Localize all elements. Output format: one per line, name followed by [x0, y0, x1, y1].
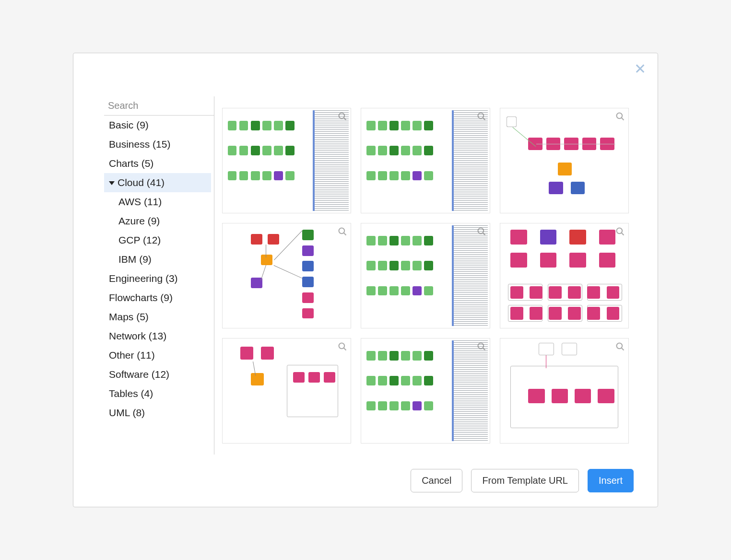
category-list[interactable]: Basic (9)Business (15)Charts (5)Cloud (4… — [104, 116, 214, 455]
magnify-icon[interactable] — [615, 342, 625, 351]
template-preview — [500, 223, 629, 328]
category-item[interactable]: Network (13) — [104, 327, 211, 346]
category-item[interactable]: AWS (11) — [104, 192, 211, 211]
template-tile[interactable] — [361, 108, 490, 213]
category-sidebar: Basic (9)Business (15)Charts (5)Cloud (4… — [104, 96, 214, 455]
svg-line-9 — [344, 233, 346, 235]
category-item[interactable]: Flowcharts (9) — [104, 288, 211, 307]
from-template-url-button[interactable]: From Template URL — [471, 469, 579, 492]
category-item[interactable]: Engineering (3) — [104, 269, 211, 288]
category-label: GCP (12) — [118, 234, 161, 245]
svg-line-11 — [483, 233, 485, 235]
template-preview — [361, 223, 490, 328]
svg-point-18 — [617, 343, 623, 349]
magnify-icon[interactable] — [615, 112, 625, 121]
category-item[interactable]: Basic (9) — [104, 116, 211, 135]
template-preview — [361, 338, 490, 443]
category-label: UML (8) — [109, 407, 145, 418]
category-label: Software (12) — [109, 369, 169, 380]
category-item[interactable]: UML (8) — [104, 403, 211, 422]
svg-point-12 — [617, 228, 623, 234]
svg-point-16 — [478, 343, 483, 349]
template-preview — [222, 338, 351, 443]
insert-button[interactable]: Insert — [588, 469, 634, 492]
close-icon[interactable]: ✕ — [634, 62, 646, 76]
category-item[interactable]: Azure (9) — [104, 211, 211, 231]
search-input[interactable] — [107, 98, 214, 113]
search-row — [104, 96, 214, 116]
category-item[interactable]: IBM (9) — [104, 250, 211, 269]
template-dialog: ✕ Basic (9)Business (15)Charts (5)Cloud … — [73, 53, 658, 507]
template-tile[interactable] — [500, 338, 629, 443]
svg-point-8 — [339, 228, 345, 234]
svg-line-17 — [483, 348, 485, 350]
template-preview — [500, 338, 629, 443]
svg-line-3 — [344, 118, 346, 120]
button-bar: Cancel From Template URL Insert — [73, 455, 658, 507]
category-label: Basic (9) — [109, 119, 149, 130]
template-preview — [222, 223, 351, 328]
template-tile[interactable] — [361, 338, 490, 443]
template-tile[interactable] — [222, 223, 351, 328]
svg-line-5 — [483, 118, 485, 120]
template-tile[interactable] — [500, 108, 629, 213]
template-tile[interactable] — [361, 223, 490, 328]
category-label: Other (11) — [109, 350, 155, 361]
svg-line-7 — [622, 118, 624, 120]
category-label: Maps (5) — [109, 311, 149, 322]
svg-line-19 — [622, 348, 624, 350]
magnify-icon[interactable] — [477, 342, 486, 351]
category-item[interactable]: Business (15) — [104, 135, 211, 154]
category-item[interactable]: Other (11) — [104, 346, 211, 365]
category-label: Charts (5) — [109, 158, 153, 169]
template-tile[interactable] — [222, 338, 351, 443]
template-scroll[interactable] — [220, 96, 635, 455]
category-label: Network (13) — [109, 330, 166, 341]
chevron-down-icon — [109, 181, 115, 185]
template-grid — [220, 96, 635, 455]
category-label: Azure (9) — [118, 215, 160, 226]
svg-point-2 — [339, 113, 345, 119]
template-preview — [361, 108, 490, 213]
category-item[interactable]: GCP (12) — [104, 231, 211, 250]
category-label: Engineering (3) — [109, 273, 178, 284]
cancel-button[interactable]: Cancel — [411, 469, 462, 492]
category-item[interactable]: Software (12) — [104, 365, 211, 384]
svg-point-4 — [478, 113, 483, 119]
category-item[interactable]: Tables (4) — [104, 384, 211, 403]
svg-point-10 — [478, 228, 483, 234]
template-tile[interactable] — [222, 108, 351, 213]
magnify-icon[interactable] — [477, 227, 486, 236]
category-label: Business (15) — [109, 139, 170, 150]
magnify-icon[interactable] — [338, 112, 347, 121]
category-label: Tables (4) — [109, 388, 153, 399]
magnify-icon[interactable] — [615, 227, 625, 236]
category-item[interactable]: Maps (5) — [104, 307, 211, 327]
category-item[interactable]: Charts (5) — [104, 154, 211, 173]
template-preview — [222, 108, 351, 213]
category-label: Flowcharts (9) — [109, 292, 173, 303]
template-tile[interactable] — [500, 223, 629, 328]
template-area — [214, 96, 635, 455]
dialog-body: Basic (9)Business (15)Charts (5)Cloud (4… — [73, 53, 658, 455]
category-label: IBM (9) — [118, 254, 152, 265]
category-item[interactable]: Cloud (41) — [104, 173, 211, 192]
magnify-icon[interactable] — [477, 112, 486, 121]
magnify-icon[interactable] — [338, 342, 347, 351]
template-preview — [500, 108, 629, 213]
svg-point-6 — [617, 113, 623, 119]
magnify-icon[interactable] — [338, 227, 347, 236]
category-label: Cloud (41) — [118, 177, 165, 188]
svg-line-15 — [344, 348, 346, 350]
svg-point-14 — [339, 343, 345, 349]
svg-line-13 — [622, 233, 624, 235]
category-label: AWS (11) — [118, 196, 162, 207]
